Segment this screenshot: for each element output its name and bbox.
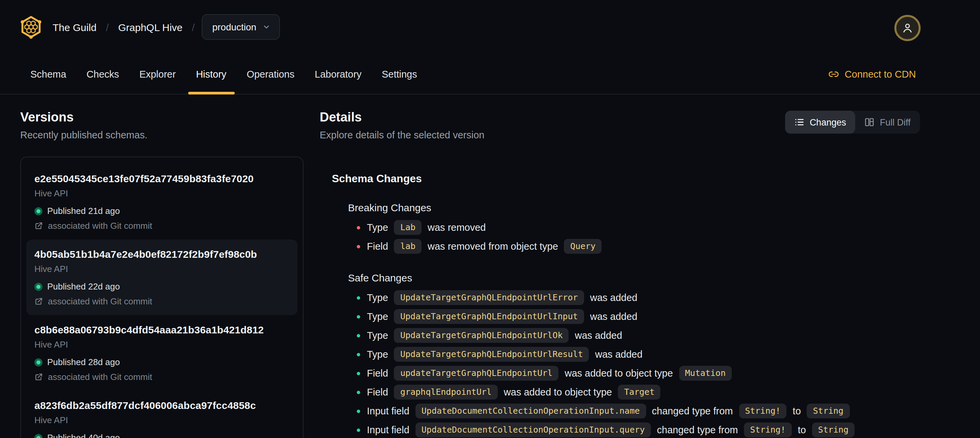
tab-operations[interactable]: Operations (239, 54, 302, 94)
code-chip: UpdateTargetGraphQLEndpointUrlOk (394, 328, 569, 343)
change-text: was added (590, 292, 637, 303)
published-label: Published 40d ago (47, 432, 120, 438)
chevron-down-icon (262, 23, 270, 31)
tab-schema[interactable]: Schema (22, 54, 74, 94)
code-chip: String (807, 404, 850, 419)
connect-to-cdn-label: Connect to CDN (845, 68, 916, 79)
full-diff-view-button[interactable]: Full Diff (856, 111, 920, 134)
versions-list: e2e55045345ce13fe07f52a77459b83fa3fe7020… (20, 156, 304, 438)
git-commit-link[interactable]: associated with Git commit (34, 296, 290, 307)
change-description: TypeUpdateTargetGraphQLEndpointUrlOkwas … (367, 328, 622, 343)
code-chip: Target (618, 385, 661, 400)
change-text: was added (575, 330, 622, 341)
change-text: to (798, 425, 806, 435)
change-text: was removed from object type (428, 241, 558, 252)
git-commit-label: associated with Git commit (48, 371, 152, 383)
tab-label: Operations (247, 68, 294, 79)
code-chip: String! (744, 422, 791, 437)
change-row: TypeUpdateTargetGraphQLEndpointUrlOkwas … (348, 326, 920, 345)
published-dot-icon (34, 282, 43, 290)
tab-explorer[interactable]: Explorer (131, 54, 184, 94)
breadcrumb: The Guild / GraphQL Hive / (52, 21, 194, 33)
change-description: Fieldlabwas removed from object typeQuer… (367, 239, 601, 254)
bullet-icon (357, 428, 360, 432)
code-chip: Lab (394, 220, 422, 235)
change-text: changed type from (657, 425, 738, 435)
tab-label: Explorer (139, 68, 176, 79)
external-link-icon (34, 297, 43, 306)
bullet-icon (357, 353, 360, 356)
published-dot-icon (34, 358, 43, 366)
version-item[interactable]: c8b6e88a06793b9c4dfd54aaa21b36a1b421d812… (26, 315, 298, 391)
version-item[interactable]: a823f6db2a55df877dcf406006abca97fcc4858c… (26, 391, 298, 438)
breadcrumb-org[interactable]: The Guild (52, 21, 97, 33)
git-commit-link[interactable]: associated with Git commit (34, 371, 290, 383)
tab-checks[interactable]: Checks (78, 54, 127, 94)
version-status: Published 21d ago (34, 205, 290, 217)
git-commit-label: associated with Git commit (48, 220, 152, 231)
change-description: FieldgraphqlEndpointUrlwas added to obje… (367, 385, 661, 400)
hive-logo-icon[interactable] (19, 15, 43, 39)
code-chip: UpdateDocumentCollectionOperationInput.q… (415, 422, 651, 437)
change-description: TypeUpdateTargetGraphQLEndpointUrlResult… (367, 347, 643, 362)
tab-bar: Schema Checks Explorer History Operation… (0, 54, 980, 94)
breaking-changes-section: Breaking Changes TypeLabwas removed Fiel… (348, 201, 920, 256)
change-description: TypeUpdateTargetGraphQLEndpointUrlErrorw… (367, 290, 637, 305)
versions-subtitle: Recently published schemas. (20, 128, 304, 142)
tab-label: History (196, 68, 226, 79)
change-text: Field (367, 387, 388, 398)
tab-label: Laboratory (315, 68, 361, 79)
version-status: Published 22d ago (34, 281, 290, 292)
change-row: Input fieldUpdateDocumentCollectionOpera… (348, 401, 920, 420)
versions-title: Versions (20, 109, 304, 126)
code-chip: String (812, 422, 854, 437)
code-chip: lab (394, 239, 422, 254)
version-item[interactable]: 4b05ab51b1b4a7e2e4b0ef82172f2b9f7ef98c0b… (26, 240, 298, 315)
change-text: was added to object type (565, 368, 673, 379)
version-service: Hive API (34, 414, 290, 426)
change-row: FieldgraphqlEndpointUrlwas added to obje… (348, 383, 920, 401)
change-text: Input field (367, 406, 409, 416)
app-root: The Guild / GraphQL Hive / production Sc… (0, 0, 980, 438)
connect-to-cdn-button[interactable]: Connect to CDN (829, 54, 916, 94)
columns-icon (865, 118, 875, 127)
breadcrumb-project[interactable]: GraphQL Hive (118, 21, 183, 33)
tab-laboratory[interactable]: Laboratory (307, 54, 370, 94)
change-text: Field (367, 368, 388, 379)
code-chip: UpdateTargetGraphQLEndpointUrlInput (394, 309, 584, 324)
change-text: Type (367, 222, 388, 233)
header: The Guild / GraphQL Hive / production (0, 0, 980, 54)
versions-panel: Versions Recently published schemas. e2e… (20, 109, 304, 438)
breaking-changes-list: TypeLabwas removed Fieldlabwas removed f… (348, 218, 920, 256)
code-chip: String! (739, 404, 786, 419)
version-status: Published 28d ago (34, 356, 290, 368)
user-menu-button[interactable] (894, 15, 921, 41)
tab-history[interactable]: History (188, 54, 234, 94)
full-diff-view-label: Full Diff (880, 117, 910, 127)
details-heading-block: Details Explore details of the selected … (320, 109, 484, 142)
change-text: Input field (367, 425, 409, 435)
external-link-icon (34, 221, 43, 230)
git-commit-link[interactable]: associated with Git commit (34, 220, 290, 231)
bullet-icon (357, 390, 360, 394)
list-icon (795, 118, 804, 127)
version-hash: e2e55045345ce13fe07f52a77459b83fa3fe7020 (34, 172, 290, 186)
change-text: Type (367, 330, 388, 341)
git-commit-label: associated with Git commit (48, 296, 152, 307)
change-row: TypeUpdateTargetGraphQLEndpointUrlInputw… (348, 307, 920, 326)
published-label: Published 22d ago (47, 281, 120, 292)
environment-selector-value: production (212, 22, 256, 32)
changes-view-button[interactable]: Changes (786, 111, 856, 134)
change-text: was added to object type (504, 387, 612, 398)
published-dot-icon (34, 207, 43, 215)
version-hash: 4b05ab51b1b4a7e2e4b0ef82172f2b9f7ef98c0b (34, 248, 290, 261)
environment-selector[interactable]: production (201, 14, 280, 40)
external-link-icon (34, 373, 43, 381)
breaking-changes-title: Breaking Changes (348, 201, 920, 215)
change-text: to (793, 406, 801, 416)
code-chip: graphqlEndpointUrl (394, 385, 498, 400)
tab-settings[interactable]: Settings (374, 54, 425, 94)
code-chip: Mutation (679, 366, 732, 381)
view-toggle: Changes Full Diff (786, 111, 920, 134)
version-item[interactable]: e2e55045345ce13fe07f52a77459b83fa3fe7020… (26, 164, 298, 240)
